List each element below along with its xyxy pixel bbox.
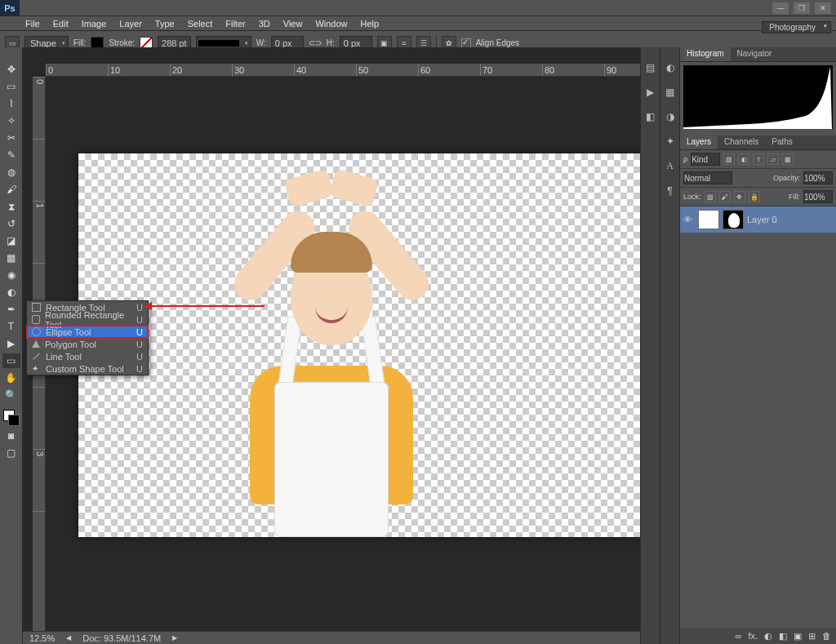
properties-panel-icon[interactable]: ◧	[646, 111, 655, 122]
menu-type[interactable]: Type	[149, 18, 180, 29]
paragraph-panel-icon[interactable]: ¶	[667, 185, 672, 197]
polygon-tool-item[interactable]: Polygon ToolU	[27, 338, 148, 350]
line-tool-item[interactable]: Line ToolU	[27, 350, 148, 362]
workspace-selector[interactable]: Photography	[762, 21, 831, 33]
tab-histogram[interactable]: Histogram	[680, 47, 731, 61]
align-edges-checkbox[interactable]	[461, 38, 471, 48]
layers-footer: ∞ fx. ◐ ◧ ▣ ⊞ 🗑	[680, 628, 836, 644]
type-tool-icon[interactable]: T	[2, 319, 20, 334]
filter-kind-label: ρ	[683, 155, 687, 163]
lasso-tool-icon[interactable]: ⌇	[2, 96, 20, 111]
dodge-tool-icon[interactable]: ◐	[2, 285, 20, 300]
layer-fill-label: Fill:	[789, 193, 800, 201]
hand-tool-icon[interactable]: ✋	[2, 371, 20, 385]
actions-panel-icon[interactable]: ▶	[647, 87, 654, 98]
menu-select[interactable]: Select	[182, 18, 219, 29]
swatches-panel-icon[interactable]: ▦	[665, 87, 674, 98]
menu-help[interactable]: Help	[355, 18, 385, 29]
menu-image[interactable]: Image	[76, 18, 113, 29]
zoom-level[interactable]: 12.5%	[29, 633, 55, 643]
layer-mask-thumbnail[interactable]	[723, 210, 744, 229]
lock-transparent-icon[interactable]: ▨	[705, 191, 716, 202]
character-panel-icon[interactable]: A	[666, 160, 674, 172]
magic-wand-tool-icon[interactable]: ✧	[2, 113, 20, 128]
visibility-eye-icon[interactable]: 👁	[683, 215, 695, 224]
layer-fx-icon[interactable]: fx.	[748, 631, 758, 641]
opacity-input[interactable]	[803, 171, 833, 184]
menu-filter[interactable]: Filter	[220, 18, 251, 29]
brush-tool-icon[interactable]: 🖌	[2, 182, 20, 197]
right-panel-group: Histogram Navigator Layers Channels Path…	[679, 47, 836, 644]
status-arrow-left[interactable]: ◀	[66, 634, 71, 642]
filter-type-icon[interactable]: T	[753, 153, 764, 165]
menu-view[interactable]: View	[278, 18, 309, 29]
gradient-tool-icon[interactable]: ▦	[2, 251, 20, 265]
tab-channels[interactable]: Channels	[718, 135, 765, 149]
layers-panel: ρ ▧ ◐ T ▱ ▦ Opacity: Lock: ▨ 🖌 ✥ 🔒 Fill:	[680, 150, 836, 644]
layer-name[interactable]: Layer 0	[747, 215, 777, 224]
quick-mask-icon[interactable]: ◙	[2, 429, 20, 443]
adjustment-layer-icon[interactable]: ◧	[779, 631, 787, 642]
layer-thumbnail[interactable]	[698, 210, 719, 229]
delete-layer-icon[interactable]: 🗑	[822, 631, 831, 641]
w-label: W:	[256, 38, 266, 47]
filter-adjust-icon[interactable]: ◐	[738, 153, 749, 165]
minimize-button[interactable]: —	[772, 2, 789, 14]
canvas[interactable]	[78, 153, 640, 537]
layer-mask-icon[interactable]: ◐	[764, 631, 772, 642]
menu-file[interactable]: File	[20, 18, 46, 29]
lock-all-icon[interactable]: 🔒	[749, 191, 760, 202]
eraser-tool-icon[interactable]: ◪	[2, 233, 20, 248]
histogram-tabs: Histogram Navigator	[680, 47, 836, 62]
app-logo: Ps	[0, 0, 20, 16]
maximize-button[interactable]: ❐	[794, 2, 810, 14]
status-arrow-right[interactable]: ▶	[172, 634, 177, 642]
lock-position-icon[interactable]: ✥	[734, 191, 745, 202]
color-panel-icon[interactable]: ◐	[666, 62, 674, 73]
zoom-tool-icon[interactable]: 🔍	[2, 388, 20, 402]
menu-edit[interactable]: Edit	[47, 18, 74, 29]
layer-row[interactable]: 👁 Layer 0	[680, 207, 836, 233]
blend-mode-dropdown[interactable]	[683, 171, 732, 184]
history-panel-icon[interactable]: ▤	[646, 62, 655, 73]
group-icon[interactable]: ▣	[794, 631, 802, 642]
lock-pixels-icon[interactable]: 🖌	[719, 191, 731, 202]
link-wh-icon[interactable]: ⊂⊃	[309, 38, 322, 47]
eyedropper-tool-icon[interactable]: ✎	[2, 148, 20, 162]
filter-smart-icon[interactable]: ▦	[782, 153, 794, 165]
menu-3d[interactable]: 3D	[253, 18, 276, 29]
menu-window[interactable]: Window	[309, 18, 353, 29]
history-brush-tool-icon[interactable]: ↺	[2, 216, 20, 231]
filter-shape-icon[interactable]: ▱	[767, 153, 779, 165]
doc-size: Doc: 93.5M/114.7M	[82, 633, 161, 643]
path-select-tool-icon[interactable]: ▶	[2, 336, 20, 351]
status-bar: 12.5% ◀ Doc: 93.5M/114.7M ▶	[23, 631, 640, 644]
screen-mode-icon[interactable]: ▢	[2, 446, 20, 460]
title-bar: Ps — ❐ ✕	[0, 0, 836, 16]
tab-navigator[interactable]: Navigator	[731, 47, 779, 61]
stroke-label: Stroke:	[109, 38, 135, 47]
close-button[interactable]: ✕	[815, 2, 831, 14]
rounded-rectangle-tool-item[interactable]: Rounded Rectangle ToolU	[27, 313, 148, 326]
tab-layers[interactable]: Layers	[680, 135, 718, 149]
image-subject	[185, 153, 478, 537]
layer-fill-input[interactable]	[803, 190, 833, 203]
color-swatches[interactable]	[3, 410, 20, 426]
link-layers-icon[interactable]: ∞	[736, 631, 742, 641]
stamp-tool-icon[interactable]: ⧗	[2, 199, 20, 214]
kind-filter-dropdown[interactable]	[691, 153, 720, 166]
tab-paths[interactable]: Paths	[765, 135, 799, 149]
pen-tool-icon[interactable]: ✒	[2, 302, 20, 317]
filter-pixel-icon[interactable]: ▧	[723, 153, 735, 165]
move-tool-icon[interactable]: ✥	[2, 62, 20, 77]
blur-tool-icon[interactable]: ◉	[2, 268, 20, 282]
shape-tool-icon[interactable]: ▭	[2, 353, 20, 368]
new-layer-icon[interactable]: ⊞	[808, 631, 816, 642]
styles-panel-icon[interactable]: ✦	[666, 135, 674, 147]
custom-shape-tool-item[interactable]: ✦Custom Shape ToolU	[27, 362, 148, 375]
healing-tool-icon[interactable]: ◍	[2, 165, 20, 180]
crop-tool-icon[interactable]: ✂	[2, 131, 20, 145]
adjustments-panel-icon[interactable]: ◑	[666, 111, 674, 122]
marquee-tool-icon[interactable]: ▭	[2, 79, 20, 94]
menu-layer[interactable]: Layer	[113, 18, 148, 29]
